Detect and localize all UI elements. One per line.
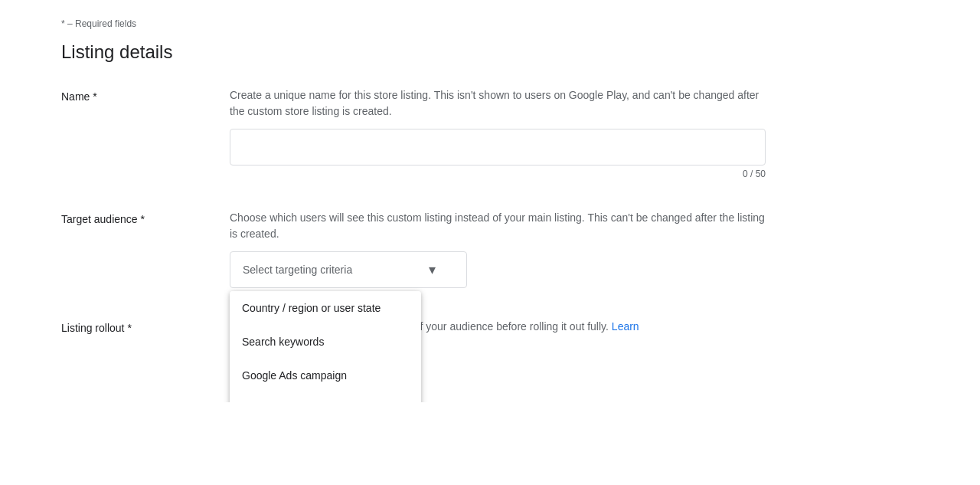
dropdown-item-google-ads[interactable]: Google Ads campaign xyxy=(230,359,421,392)
targeting-select-wrapper: Select targeting criteria ▾ Country / re… xyxy=(230,251,467,288)
required-fields-note: * – Required fields xyxy=(61,18,919,29)
page-container: * – Required fields Listing details Name… xyxy=(0,0,980,402)
target-audience-field-row: Target audience * Choose which users wil… xyxy=(61,210,919,288)
target-audience-label: Target audience * xyxy=(61,213,145,225)
char-count: 0 / 50 xyxy=(230,169,766,179)
listing-rollout-required-star: * xyxy=(127,322,131,334)
listing-rollout-label-col: Listing rollout * xyxy=(61,319,230,334)
target-audience-required-star: * xyxy=(141,213,145,225)
target-audience-description: Choose which users will see this custom … xyxy=(230,210,766,242)
chevron-down-icon: ▾ xyxy=(429,261,436,278)
listing-rollout-label: Listing rollout * xyxy=(61,322,132,334)
name-label: Name * xyxy=(61,90,97,103)
target-audience-label-col: Target audience * xyxy=(61,210,230,225)
page-title: Listing details xyxy=(61,41,919,63)
name-label-col: Name * xyxy=(61,87,230,103)
name-content-col: Create a unique name for this store list… xyxy=(230,87,766,179)
name-field-row: Name * Create a unique name for this sto… xyxy=(61,87,919,179)
name-description: Create a unique name for this store list… xyxy=(230,87,766,120)
dropdown-item-country[interactable]: Country / region or user state xyxy=(230,291,421,325)
targeting-select-label: Select targeting criteria xyxy=(243,264,352,276)
target-audience-content-col: Choose which users will see this custom … xyxy=(230,210,766,288)
targeting-dropdown-menu: Country / region or user state Search ke… xyxy=(230,291,421,402)
targeting-select-button[interactable]: Select targeting criteria ▾ xyxy=(230,251,467,288)
dropdown-item-search-keywords[interactable]: Search keywords xyxy=(230,325,421,359)
dropdown-item-url[interactable]: URL xyxy=(230,392,421,402)
name-required-star: * xyxy=(93,90,96,103)
learn-link[interactable]: Learn xyxy=(612,320,639,333)
name-input[interactable] xyxy=(230,129,766,165)
listing-rollout-field-row: Listing rollout * You can test your list… xyxy=(61,319,919,353)
